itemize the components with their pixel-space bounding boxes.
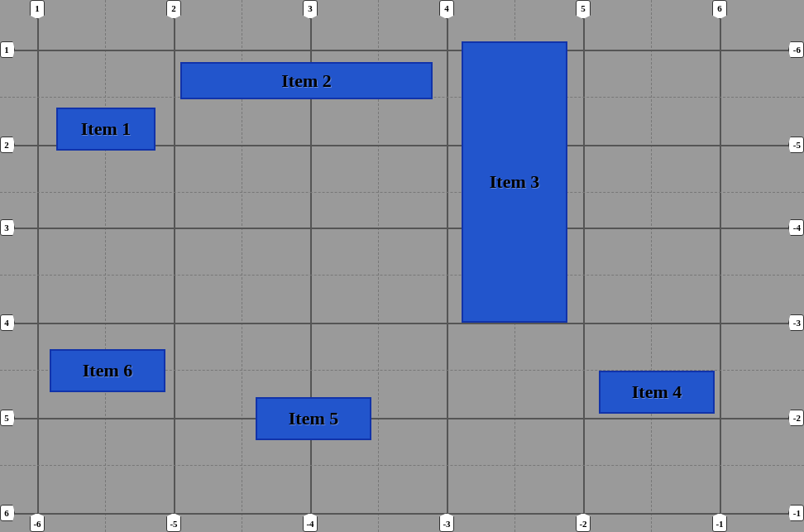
axis-label-top: 3 [303,0,318,19]
item-item2[interactable]: Item 2 [180,62,433,99]
grid-line-vertical [37,0,39,532]
grid-line-horizontal [0,192,804,193]
axis-label-right: -2 [788,410,804,426]
axis-label-left: 6 [0,505,15,521]
axis-label-top: 1 [30,0,45,19]
axis-label-top: 6 [712,0,727,19]
grid-line-vertical [447,0,448,532]
axis-label-right: -3 [788,314,804,331]
item-label: Item 4 [632,381,682,403]
axis-label-right: -6 [788,41,804,58]
item-label: Item 6 [83,360,132,381]
item-label: Item 2 [281,70,331,92]
axis-label-top: 2 [166,0,181,19]
axis-label-right: -4 [788,219,804,236]
grid-line-vertical [720,0,721,532]
axis-label-right: -1 [788,505,804,521]
axis-label-left: 5 [0,410,15,426]
item-item5[interactable]: Item 5 [256,397,371,440]
grid-line-horizontal [0,50,804,51]
grid-line-horizontal [0,323,804,324]
canvas: 123456-6-5-4-3-2-1123456-6-5-4-3-2-1Item… [0,0,804,532]
grid-line-vertical [174,0,175,532]
item-item1[interactable]: Item 1 [56,108,156,151]
axis-label-left: 4 [0,314,15,331]
axis-label-bottom: -5 [166,513,181,532]
axis-label-bottom: -1 [712,513,727,532]
item-item3[interactable]: Item 3 [462,41,567,323]
axis-label-bottom: -6 [30,513,45,532]
axis-label-left: 2 [0,137,15,153]
grid-line-vertical [583,0,585,532]
grid-line-horizontal [0,228,804,229]
item-label: Item 3 [490,171,539,193]
grid-line-horizontal [0,465,804,466]
item-label: Item 5 [289,408,338,429]
item-item4[interactable]: Item 4 [599,371,715,414]
axis-label-top: 4 [439,0,454,19]
grid-line-horizontal [0,513,804,515]
grid-line-vertical [651,0,652,532]
axis-label-left: 1 [0,41,15,58]
axis-label-left: 3 [0,219,15,236]
grid-line-vertical [105,0,106,532]
axis-label-bottom: -3 [439,513,454,532]
item-label: Item 1 [81,118,131,140]
axis-label-right: -5 [788,137,804,153]
axis-label-bottom: -2 [576,513,591,532]
axis-label-bottom: -4 [303,513,318,532]
grid-line-horizontal [0,275,804,276]
axis-label-top: 5 [576,0,591,19]
grid-line-horizontal [0,418,804,419]
item-item6[interactable]: Item 6 [50,349,165,392]
